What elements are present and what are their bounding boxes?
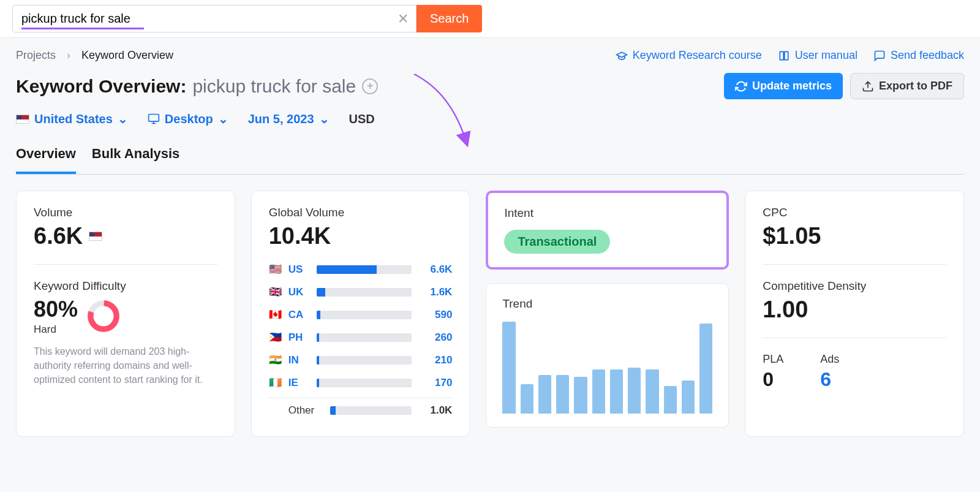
search-bar: ✕ Search	[0, 0, 980, 38]
gv-title: Global Volume	[269, 206, 453, 219]
search-input-wrap: ✕	[12, 5, 417, 32]
gv-country-code: US	[288, 263, 311, 276]
tab-overview[interactable]: Overview	[16, 141, 76, 174]
export-pdf-label: Export to PDF	[879, 80, 952, 93]
gv-row[interactable]: 🇮🇪IE170	[269, 371, 453, 394]
gv-bar	[330, 406, 412, 415]
add-keyword-button[interactable]: +	[362, 78, 378, 94]
gv-row[interactable]: 🇵🇭PH260	[269, 326, 453, 349]
search-underline-annotation	[21, 28, 144, 29]
trend-bar	[610, 369, 623, 414]
link-keyword-course-label: Keyword Research course	[633, 49, 762, 62]
trend-bar	[574, 377, 587, 414]
trend-title: Trend	[502, 297, 712, 311]
gv-row[interactable]: 🇺🇸US6.6K	[269, 258, 453, 281]
pla-value: 0	[763, 368, 783, 391]
kd-description: This keyword will demand 203 high-author…	[34, 344, 217, 387]
trend-bar	[538, 375, 551, 414]
gv-value: 10.4K	[269, 223, 453, 249]
intent-title: Intent	[504, 206, 710, 220]
gv-row[interactable]: 🇬🇧UK1.6K	[269, 281, 453, 303]
trend-bar	[556, 375, 569, 414]
filter-date[interactable]: Jun 5, 2023 ⌄	[248, 112, 330, 126]
ads-label: Ads	[820, 353, 839, 366]
filter-country-label: United States	[34, 112, 113, 126]
book-icon	[778, 50, 790, 62]
gv-row[interactable]: 🇮🇳IN210	[269, 349, 453, 371]
gv-volume-value: 260	[418, 331, 452, 344]
link-user-manual[interactable]: User manual	[778, 49, 858, 62]
filters-row: United States ⌄ Desktop ⌄ Jun 5, 2023 ⌄ …	[16, 112, 964, 126]
link-user-manual-label: User manual	[795, 49, 858, 62]
export-pdf-button[interactable]: Export to PDF	[850, 73, 964, 99]
competitive-density-value: 1.00	[763, 297, 946, 323]
gv-bar	[317, 356, 412, 365]
filter-country[interactable]: United States ⌄	[16, 112, 128, 126]
us-flag-icon	[89, 232, 102, 241]
chevron-down-icon: ⌄	[319, 112, 330, 126]
volume-title: Volume	[34, 206, 217, 219]
gv-country-code: CA	[288, 309, 311, 321]
trend-bar	[628, 368, 641, 414]
gv-country-list: 🇺🇸US6.6K🇬🇧UK1.6K🇨🇦CA590🇵🇭PH260🇮🇳IN210🇮🇪I…	[269, 258, 453, 422]
graduation-cap-icon	[616, 50, 628, 62]
gv-row[interactable]: 🇨🇦CA590	[269, 303, 453, 326]
trend-chart	[502, 322, 712, 414]
card-global-volume: Global Volume 10.4K 🇺🇸US6.6K🇬🇧UK1.6K🇨🇦CA…	[251, 191, 470, 437]
filter-device[interactable]: Desktop ⌄	[148, 112, 228, 126]
gv-bar	[317, 333, 412, 342]
country-flag-icon: 🇺🇸	[269, 263, 282, 276]
intent-badge: Transactional	[504, 230, 610, 254]
page-title-keyword: pickup truck for sale	[192, 76, 356, 97]
divider	[34, 264, 217, 265]
gv-volume-value: 6.6K	[418, 263, 452, 276]
kd-label: Hard	[34, 324, 78, 336]
trend-bar	[502, 322, 515, 414]
ads-value[interactable]: 6	[820, 368, 839, 391]
svg-rect-0	[148, 115, 159, 122]
gv-country-code: UK	[288, 286, 311, 298]
pla-label: PLA	[763, 353, 783, 366]
country-flag-icon: 🇮🇪	[269, 376, 282, 389]
gv-volume-value: 170	[418, 377, 452, 389]
gv-other-row: Other1.0K	[269, 398, 453, 422]
cpc-value: $1.05	[763, 223, 946, 249]
update-metrics-button[interactable]: Update metrics	[724, 73, 843, 99]
breadcrumb-projects[interactable]: Projects	[16, 49, 56, 62]
help-links: Keyword Research course User manual Send…	[616, 49, 964, 62]
gv-country-code: IE	[288, 377, 311, 389]
page-title: Keyword Overview: pickup truck for sale …	[16, 76, 378, 97]
trend-bar	[699, 324, 712, 414]
chevron-down-icon: ⌄	[218, 112, 228, 126]
us-flag-icon	[16, 115, 29, 124]
feedback-icon	[873, 50, 886, 62]
breadcrumb: Projects › Keyword Overview	[16, 49, 173, 62]
gv-volume-value: 590	[418, 309, 452, 321]
trend-bar	[682, 380, 695, 414]
gv-bar	[317, 311, 412, 319]
gv-volume-value: 1.6K	[418, 286, 452, 298]
tab-bulk-analysis[interactable]: Bulk Analysis	[92, 141, 179, 174]
filter-device-label: Desktop	[165, 112, 213, 126]
svg-point-2	[91, 303, 116, 329]
chevron-right-icon: ›	[67, 49, 70, 62]
clear-search-icon[interactable]: ✕	[390, 11, 416, 27]
link-keyword-course[interactable]: Keyword Research course	[616, 49, 762, 62]
filter-currency: USD	[349, 112, 375, 126]
gv-other-label: Other	[288, 404, 324, 417]
trend-bar	[521, 384, 533, 414]
cpc-title: CPC	[763, 206, 946, 219]
link-send-feedback[interactable]: Send feedback	[873, 49, 964, 62]
gv-bar	[317, 265, 412, 274]
kd-percent: 80%	[34, 297, 78, 322]
divider	[763, 264, 946, 265]
search-button[interactable]: Search	[417, 5, 482, 32]
kd-title: Keyword Difficulty	[34, 279, 217, 293]
refresh-icon	[735, 80, 747, 93]
desktop-icon	[148, 113, 160, 125]
upload-icon	[862, 80, 874, 93]
gv-bar	[317, 379, 412, 387]
gv-country-code: PH	[288, 331, 311, 344]
volume-value-row: 6.6K	[34, 223, 217, 249]
country-flag-icon: 🇨🇦	[269, 308, 282, 321]
